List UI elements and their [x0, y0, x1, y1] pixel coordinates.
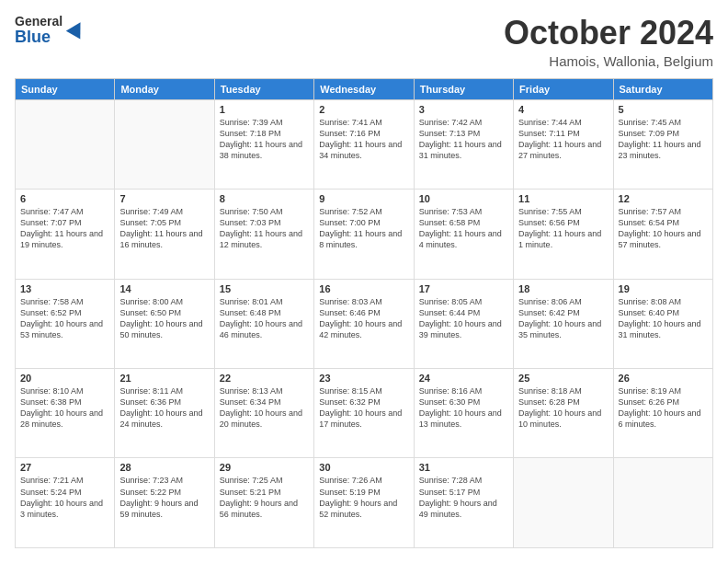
week-row-1: 6Sunrise: 7:47 AM Sunset: 7:07 PM Daylig…	[16, 190, 713, 279]
calendar-cell: 9Sunrise: 7:52 AM Sunset: 7:00 PM Daylig…	[314, 190, 414, 279]
day-number: 9	[319, 193, 408, 204]
cell-content: Sunrise: 8:18 AM Sunset: 6:28 PM Dayligh…	[518, 385, 608, 431]
calendar-cell: 16Sunrise: 8:03 AM Sunset: 6:46 PM Dayli…	[314, 279, 414, 368]
day-number: 13	[20, 283, 109, 294]
calendar-cell: 23Sunrise: 8:15 AM Sunset: 6:32 PM Dayli…	[314, 369, 414, 458]
calendar-table: SundayMondayTuesdayWednesdayThursdayFrid…	[15, 78, 713, 548]
day-number: 12	[619, 193, 708, 204]
logo: General Blue	[15, 15, 86, 47]
cell-content: Sunrise: 8:16 AM Sunset: 6:30 PM Dayligh…	[419, 385, 508, 431]
month-title: October 2024	[504, 15, 713, 52]
day-number: 17	[419, 283, 508, 294]
cell-content: Sunrise: 8:06 AM Sunset: 6:42 PM Dayligh…	[518, 296, 608, 341]
header-day-monday: Monday	[115, 78, 214, 99]
calendar-cell: 6Sunrise: 7:47 AM Sunset: 7:07 PM Daylig…	[16, 190, 115, 279]
header-day-thursday: Thursday	[414, 78, 513, 99]
cell-content: Sunrise: 7:25 AM Sunset: 5:21 PM Dayligh…	[220, 475, 309, 520]
cell-content: Sunrise: 7:26 AM Sunset: 5:19 PM Dayligh…	[319, 475, 408, 520]
calendar-cell	[16, 99, 115, 189]
header-row: SundayMondayTuesdayWednesdayThursdayFrid…	[16, 78, 713, 99]
week-row-3: 20Sunrise: 8:10 AM Sunset: 6:38 PM Dayli…	[16, 369, 713, 458]
calendar-cell: 3Sunrise: 7:42 AM Sunset: 7:13 PM Daylig…	[414, 99, 513, 189]
cell-content: Sunrise: 8:00 AM Sunset: 6:50 PM Dayligh…	[119, 296, 209, 341]
cell-content: Sunrise: 7:39 AM Sunset: 7:18 PM Dayligh…	[220, 117, 309, 162]
header-day-tuesday: Tuesday	[214, 78, 313, 99]
calendar-cell: 2Sunrise: 7:41 AM Sunset: 7:16 PM Daylig…	[314, 99, 414, 189]
calendar-cell: 1Sunrise: 7:39 AM Sunset: 7:18 PM Daylig…	[214, 99, 313, 189]
cell-content: Sunrise: 7:50 AM Sunset: 7:03 PM Dayligh…	[220, 206, 309, 251]
day-number: 18	[518, 283, 608, 294]
cell-content: Sunrise: 8:15 AM Sunset: 6:32 PM Dayligh…	[319, 385, 408, 431]
calendar-cell: 11Sunrise: 7:55 AM Sunset: 6:56 PM Dayli…	[514, 190, 613, 279]
cell-content: Sunrise: 7:23 AM Sunset: 5:22 PM Dayligh…	[119, 475, 209, 520]
calendar-cell: 24Sunrise: 8:16 AM Sunset: 6:30 PM Dayli…	[414, 369, 513, 458]
day-number: 8	[220, 193, 309, 204]
cell-content: Sunrise: 7:52 AM Sunset: 7:00 PM Dayligh…	[319, 206, 408, 251]
calendar-cell: 22Sunrise: 8:13 AM Sunset: 6:34 PM Dayli…	[214, 369, 313, 458]
day-number: 19	[619, 283, 708, 294]
day-number: 30	[319, 462, 408, 473]
calendar-cell	[613, 458, 712, 548]
header-day-wednesday: Wednesday	[314, 78, 414, 99]
day-number: 31	[419, 462, 508, 473]
logo-icon	[66, 19, 86, 40]
day-number: 16	[319, 283, 408, 294]
day-number: 26	[619, 373, 708, 384]
calendar-cell	[115, 99, 214, 189]
location: Hamois, Wallonia, Belgium	[504, 53, 713, 69]
day-number: 4	[518, 104, 608, 115]
cell-content: Sunrise: 8:08 AM Sunset: 6:40 PM Dayligh…	[619, 296, 708, 341]
cell-content: Sunrise: 8:19 AM Sunset: 6:26 PM Dayligh…	[619, 385, 708, 431]
calendar-cell: 18Sunrise: 8:06 AM Sunset: 6:42 PM Dayli…	[514, 279, 613, 368]
cell-content: Sunrise: 8:05 AM Sunset: 6:44 PM Dayligh…	[419, 296, 508, 341]
calendar-cell	[514, 458, 613, 548]
calendar-cell: 27Sunrise: 7:21 AM Sunset: 5:24 PM Dayli…	[16, 458, 115, 548]
calendar-cell: 29Sunrise: 7:25 AM Sunset: 5:21 PM Dayli…	[214, 458, 313, 548]
header-day-friday: Friday	[514, 78, 613, 99]
calendar-cell: 25Sunrise: 8:18 AM Sunset: 6:28 PM Dayli…	[514, 369, 613, 458]
day-number: 10	[419, 193, 508, 204]
logo-blue: Blue	[15, 29, 63, 47]
cell-content: Sunrise: 7:28 AM Sunset: 5:17 PM Dayligh…	[419, 475, 508, 520]
cell-content: Sunrise: 8:11 AM Sunset: 6:36 PM Dayligh…	[119, 385, 209, 431]
calendar-cell: 26Sunrise: 8:19 AM Sunset: 6:26 PM Dayli…	[613, 369, 712, 458]
day-number: 11	[518, 193, 608, 204]
day-number: 27	[20, 462, 109, 473]
cell-content: Sunrise: 7:57 AM Sunset: 6:54 PM Dayligh…	[619, 206, 708, 251]
calendar-cell: 31Sunrise: 7:28 AM Sunset: 5:17 PM Dayli…	[414, 458, 513, 548]
calendar-cell: 15Sunrise: 8:01 AM Sunset: 6:48 PM Dayli…	[214, 279, 313, 368]
day-number: 15	[220, 283, 309, 294]
cell-content: Sunrise: 7:47 AM Sunset: 7:07 PM Dayligh…	[20, 206, 109, 251]
calendar-cell: 17Sunrise: 8:05 AM Sunset: 6:44 PM Dayli…	[414, 279, 513, 368]
cell-content: Sunrise: 7:44 AM Sunset: 7:11 PM Dayligh…	[518, 117, 608, 162]
day-number: 24	[419, 373, 508, 384]
cell-content: Sunrise: 7:45 AM Sunset: 7:09 PM Dayligh…	[619, 117, 708, 162]
calendar-cell: 10Sunrise: 7:53 AM Sunset: 6:58 PM Dayli…	[414, 190, 513, 279]
calendar-cell: 8Sunrise: 7:50 AM Sunset: 7:03 PM Daylig…	[214, 190, 313, 279]
cell-content: Sunrise: 8:01 AM Sunset: 6:48 PM Dayligh…	[220, 296, 309, 341]
day-number: 22	[220, 373, 309, 384]
day-number: 23	[319, 373, 408, 384]
calendar-cell: 30Sunrise: 7:26 AM Sunset: 5:19 PM Dayli…	[314, 458, 414, 548]
cell-content: Sunrise: 8:10 AM Sunset: 6:38 PM Dayligh…	[20, 385, 109, 431]
day-number: 21	[119, 373, 209, 384]
day-number: 20	[20, 373, 109, 384]
header-day-sunday: Sunday	[16, 78, 115, 99]
calendar-cell: 19Sunrise: 8:08 AM Sunset: 6:40 PM Dayli…	[613, 279, 712, 368]
calendar-cell: 13Sunrise: 7:58 AM Sunset: 6:52 PM Dayli…	[16, 279, 115, 368]
calendar-cell: 28Sunrise: 7:23 AM Sunset: 5:22 PM Dayli…	[115, 458, 214, 548]
page: General Blue October 2024 Hamois, Wallon…	[0, 0, 728, 563]
calendar-cell: 21Sunrise: 8:11 AM Sunset: 6:36 PM Dayli…	[115, 369, 214, 458]
day-number: 29	[220, 462, 309, 473]
logo-general: General	[15, 15, 63, 29]
calendar-cell: 12Sunrise: 7:57 AM Sunset: 6:54 PM Dayli…	[613, 190, 712, 279]
day-number: 7	[119, 193, 209, 204]
day-number: 1	[220, 104, 309, 115]
header-day-saturday: Saturday	[613, 78, 712, 99]
day-number: 14	[119, 283, 209, 294]
calendar-cell: 14Sunrise: 8:00 AM Sunset: 6:50 PM Dayli…	[115, 279, 214, 368]
calendar-cell: 5Sunrise: 7:45 AM Sunset: 7:09 PM Daylig…	[613, 99, 712, 189]
day-number: 28	[119, 462, 209, 473]
svg-marker-0	[66, 19, 86, 40]
day-number: 3	[419, 104, 508, 115]
